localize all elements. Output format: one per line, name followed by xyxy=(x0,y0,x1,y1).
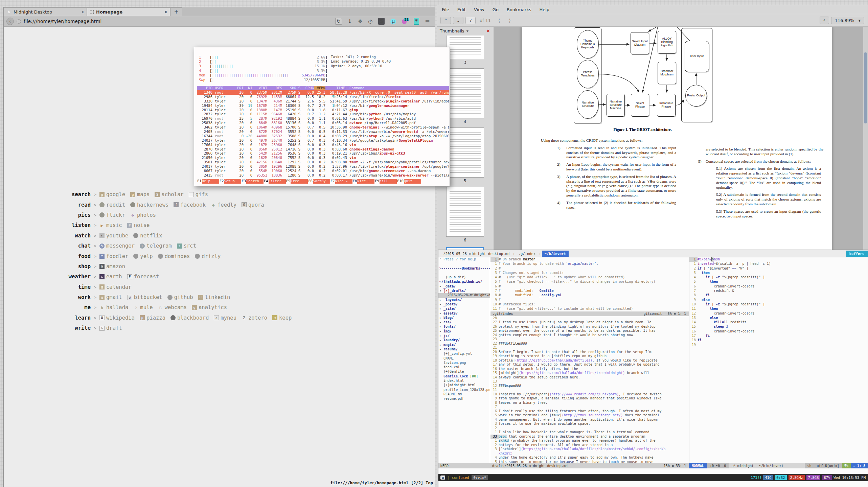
shell-script-pane[interactable]: 1#!/bin/bash1inverted=$(xcalib -a -p | h… xyxy=(689,257,868,463)
homepage-link-amazon[interactable]: aamazon xyxy=(99,263,125,270)
fkey-label[interactable]: Nice - xyxy=(335,179,352,184)
process-row[interactable]: 3462tyler2001064M4396815700S0.70.510:36.… xyxy=(197,125,449,130)
download-icon[interactable]: ↓ xyxy=(348,18,352,24)
back-button[interactable]: ‹ xyxy=(6,18,14,25)
process-row[interactable]: 3501tyler20042156196401292S0.00.216:03.8… xyxy=(197,160,449,164)
zoom-level-dropdown[interactable]: 116.89% ▾ xyxy=(831,17,864,24)
fkey-f2[interactable]: F2 xyxy=(219,179,224,184)
browser-tab-homepage[interactable]: Homepage x xyxy=(87,7,170,16)
homepage-link-zotero[interactable]: Zzotero xyxy=(242,315,267,321)
markdown-buffer[interactable]: 2827I tend to use Linux (Ubuntu) on my d… xyxy=(490,316,689,463)
homepage-link-dominoes[interactable]: dominoes xyxy=(158,253,190,259)
history-clock-icon[interactable]: ◷ xyxy=(368,18,372,24)
new-tab-button[interactable]: + xyxy=(170,7,182,16)
process-row[interactable]: 24017tyler200305M1929612088S0.00.21:57.9… xyxy=(197,164,449,169)
menu-view[interactable]: View xyxy=(474,7,484,12)
fkey-label[interactable]: Quit xyxy=(404,179,421,184)
column-header-s[interactable]: S xyxy=(296,86,302,90)
fkey-label[interactable]: Nice + xyxy=(357,179,374,184)
homepage-link-piazza[interactable]: ρpiazza xyxy=(140,315,165,321)
process-row[interactable]: 1340root2002375M2012M275MS0.025.358:12.2… xyxy=(197,90,449,95)
page-number-input[interactable]: 7 xyxy=(465,17,476,24)
menu-bookmarks[interactable]: Bookmarks xyxy=(507,7,531,12)
process-row[interactable]: 8667tyler200554M1906012524S0.00.20:02.01… xyxy=(197,169,449,173)
extension-puzzle-icon[interactable]: ❖ xyxy=(358,18,362,24)
menu-button[interactable]: ≡ xyxy=(425,18,430,25)
htop-window[interactable]: 1 [|||2.6%]2 [||3.3%]3 [||||||||||15.1%]… xyxy=(194,47,450,186)
homepage-link-music[interactable]: ▶music xyxy=(99,222,122,228)
homepage-link-forecast[interactable]: Fforecast xyxy=(127,274,159,280)
url-bar[interactable]: file:///home/tyler/homepage.html xyxy=(24,19,333,24)
fkey-f10[interactable]: F10 xyxy=(397,179,404,184)
column-header-pri[interactable]: PRI xyxy=(234,86,244,90)
process-row[interactable]: 16744root0-2044800325323508S0.00.40:08.2… xyxy=(197,134,449,138)
process-row[interactable]: 16976root255287M9219248884S0.01.10:01.63… xyxy=(197,116,449,121)
greasemonkey-mu-icon[interactable]: μ xyxy=(390,19,396,24)
middle-pane[interactable]: 1# On branch master1# Your branch is up-… xyxy=(490,257,689,463)
fkey-f9[interactable]: F9 xyxy=(374,179,380,184)
browser-tab-midnight-desktop[interactable]: ♞ Midnight Desktop x xyxy=(4,7,87,16)
column-header-shr[interactable]: SHR xyxy=(282,86,296,90)
column-header-command[interactable]: Command xyxy=(347,86,449,90)
homepage-link-noise[interactable]: #noise xyxy=(127,222,150,228)
homepage-link-scholar[interactable]: Sscholar xyxy=(155,191,183,198)
homepage-link-hackernews[interactable]: hackernews xyxy=(130,202,168,208)
process-row[interactable]: 2870tyler200856M2501214716S0.00.30:03.60… xyxy=(197,147,449,152)
fkey-label[interactable]: Help xyxy=(202,179,219,184)
process-row[interactable]: 17664tyler200187M259607648S0.00.30:43.16… xyxy=(197,143,449,147)
next-page-button[interactable]: ⌄ xyxy=(453,17,463,24)
homepage-link-github[interactable]: github xyxy=(167,294,193,300)
column-header-virt[interactable]: VIRT xyxy=(252,86,267,90)
homepage-link-calendar[interactable]: gcalendar xyxy=(99,284,132,290)
homepage-link-keep[interactable]: ○keep xyxy=(272,315,292,321)
homepage-link-feedly[interactable]: ◆feedly xyxy=(211,202,236,208)
process-row[interactable]: 19484tyler39191670M214M18300S0.72.71h04:… xyxy=(197,103,449,108)
buffer-tab[interactable]: ~/b/invert xyxy=(542,251,569,257)
fkey-f4[interactable]: F4 xyxy=(264,179,269,184)
homepage-link-blackboard[interactable]: blackboard xyxy=(170,315,209,321)
process-row[interactable]: 25838tyler200884M8816033136S0.01.10:03.1… xyxy=(197,121,449,125)
sidebar-close-button[interactable]: × xyxy=(486,28,490,33)
previous-page-button[interactable]: ⌃ xyxy=(440,17,451,24)
homepage-link-myneu[interactable]: ∴myneu xyxy=(214,315,236,321)
homepage-link-foodler[interactable]: ffoodler xyxy=(99,253,128,259)
homepage-link-photos[interactable]: ❖photos xyxy=(130,212,156,218)
process-row[interactable]: 24037tyler200497M267405252S0.70.34:10.34… xyxy=(197,138,449,143)
history-forward-button[interactable]: ⟩ xyxy=(505,17,514,24)
homepage-link-linkedin[interactable]: inlinkedin xyxy=(198,294,230,300)
homepage-link-analytics[interactable]: ganalytics xyxy=(192,304,227,310)
homepage-link-hallada[interactable]: ♞hallada xyxy=(99,304,128,310)
column-header-res[interactable]: RES xyxy=(267,86,282,90)
process-row[interactable]: 2405root200872M370243552S0.00.50:11.33/u… xyxy=(197,130,449,134)
homepage-link-youtube[interactable]: ▸youtube xyxy=(99,233,128,239)
homepage-link-wikipedia[interactable]: Wwikipedia xyxy=(99,315,135,321)
homepage-link-yelp[interactable]: yelp xyxy=(133,253,153,259)
homepage-link-gifs[interactable]: gifs xyxy=(189,191,208,198)
process-row[interactable]: 2860tyler200542M212569536S0.00.30:19.21/… xyxy=(197,151,449,156)
homepage-link-google[interactable]: ggoogle xyxy=(99,191,125,198)
homepage-link-maps[interactable]: gmaps xyxy=(130,191,150,198)
column-header-user[interactable]: USER xyxy=(212,86,234,90)
fkey-f1[interactable]: F1 xyxy=(197,179,202,184)
column-header-time[interactable]: TIME+ xyxy=(325,86,347,90)
column-header-ni[interactable]: NI xyxy=(244,86,252,90)
scrollbar-thumb[interactable] xyxy=(864,52,867,123)
menu-file[interactable]: File xyxy=(442,7,449,12)
buffer-tab[interactable]: _/2015-05-28-midnight-desktop.md xyxy=(438,251,512,257)
htop-table-header[interactable]: PIDUSERPRINIVIRTRESSHRSCPU%MEM%TIME+Comm… xyxy=(197,86,449,90)
fkey-label[interactable]: Search xyxy=(246,179,264,184)
homepage-link-mule[interactable]: ♘mule xyxy=(133,304,153,310)
fkey-label[interactable]: Kill xyxy=(380,179,397,184)
process-row[interactable]: 28114tyler2001380M147M25196S0.01.80:11.6… xyxy=(197,108,449,112)
gitcommit-buffer[interactable]: 1# On branch master1# Your branch is up-… xyxy=(490,257,689,311)
homepage-link-srct[interactable]: ssrct xyxy=(177,243,196,249)
s-extension-icon[interactable]: S xyxy=(378,18,385,25)
menu-edit[interactable]: Edit xyxy=(457,7,466,12)
column-header-pid[interactable]: PID xyxy=(197,86,212,90)
tab-close-icon[interactable]: x xyxy=(164,9,167,14)
fkey-label[interactable]: Tree xyxy=(291,179,308,184)
process-row[interactable]: 21050tyler200182M206487552S0.00.30:02.43… xyxy=(197,156,449,160)
fkey-f8[interactable]: F8 xyxy=(352,179,358,184)
homepage-link-flickr[interactable]: flickr xyxy=(99,212,125,218)
fkey-label[interactable]: Filter xyxy=(269,179,286,184)
